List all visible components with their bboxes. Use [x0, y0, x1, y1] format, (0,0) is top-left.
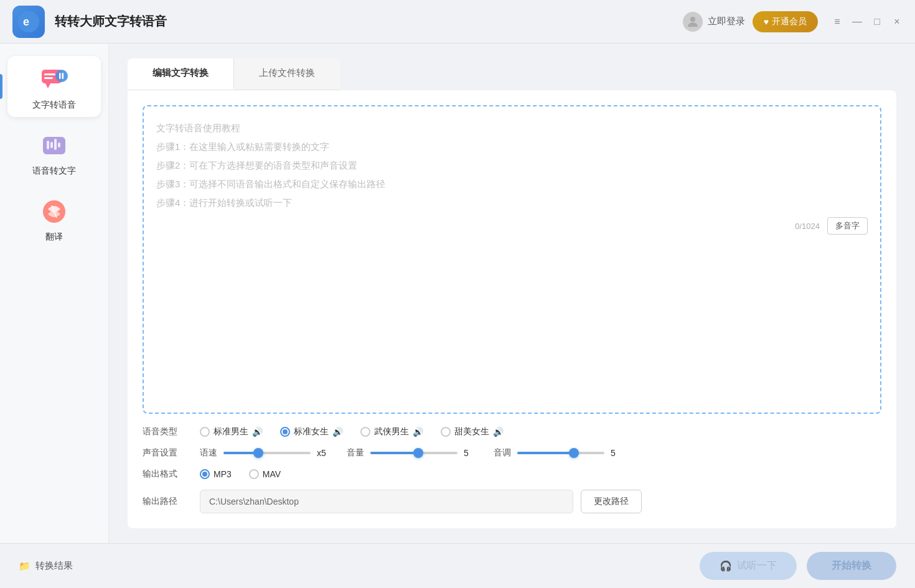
slider-group: 语速 x5 音量	[200, 447, 623, 459]
sidebar-item-translate[interactable]: 翻译	[7, 188, 101, 249]
translate-icon	[39, 197, 69, 226]
app-title: 转转大师文字转语音	[55, 13, 683, 30]
sound-settings-row: 声音设置 语速 x5 音量	[143, 447, 881, 459]
radio-sweet-female	[441, 427, 451, 437]
pitch-slider-item: 音调 5	[494, 447, 623, 459]
voice-radio-wuxia-male[interactable]: 武侠男生 🔊	[360, 426, 423, 437]
app-logo: e	[12, 6, 45, 38]
sidebar-item-text-to-speech-label: 文字转语音	[32, 100, 76, 111]
volume-icon-2[interactable]: 🔊	[332, 427, 343, 437]
pitch-thumb[interactable]	[569, 448, 579, 458]
svg-rect-9	[62, 73, 64, 79]
avatar	[683, 12, 703, 32]
voice-label-wuxia-male: 武侠男生	[374, 426, 409, 437]
char-count-row: 0/1024 多音字	[156, 217, 868, 235]
svg-point-7	[55, 70, 68, 82]
voice-radio-group: 标准男生 🔊 标准女生 🔊 武侠男生 �	[200, 426, 504, 437]
speed-slider-item: 语速 x5	[200, 447, 329, 459]
voice-radio-sweet-female[interactable]: 甜美女生 🔊	[441, 426, 504, 437]
text-to-speech-icon	[39, 65, 69, 95]
tab-upload[interactable]: 上传文件转换	[234, 58, 340, 90]
change-path-button[interactable]: 更改路径	[581, 490, 642, 513]
voice-label-standard-female: 标准女生	[294, 426, 329, 437]
sidebar-item-speech-to-text-label: 语音转文字	[32, 166, 76, 177]
volume-thumb[interactable]	[413, 448, 423, 458]
speed-label: 语速	[200, 447, 217, 459]
heart-icon: ♥	[764, 17, 769, 27]
headphone-icon: 🎧	[720, 560, 732, 572]
sidebar-item-text-to-speech[interactable]: 文字转语音	[7, 56, 101, 117]
format-radio-group: MP3 MAV	[200, 469, 281, 479]
svg-text:e: e	[23, 16, 29, 28]
minimize-button[interactable]: —	[852, 16, 863, 27]
convert-button[interactable]: 开始转换	[807, 552, 896, 580]
path-row: 更改路径	[200, 490, 881, 513]
radio-wuxia-male	[360, 427, 370, 437]
speed-thumb[interactable]	[253, 448, 263, 458]
maximize-button[interactable]: □	[871, 16, 883, 27]
radio-standard-female	[280, 427, 290, 437]
char-count: 0/1024	[795, 222, 820, 231]
bottom-bar: 📁 转换结果 🎧 试听一下 开始转换	[0, 543, 915, 588]
sidebar-item-translate-label: 翻译	[45, 231, 63, 243]
svg-rect-5	[44, 77, 53, 79]
svg-rect-12	[50, 142, 53, 148]
svg-rect-14	[58, 142, 60, 147]
svg-marker-6	[45, 83, 50, 88]
convert-results-label: 转换结果	[35, 560, 73, 572]
svg-rect-8	[59, 73, 61, 79]
voice-label-sweet-female: 甜美女生	[454, 426, 489, 437]
svg-rect-4	[44, 73, 55, 75]
path-input[interactable]	[200, 490, 573, 513]
tabs-container: 编辑文字转换 上传文件转换	[128, 58, 340, 90]
login-button[interactable]: 立即登录	[683, 12, 745, 32]
tab-edit[interactable]: 编辑文字转换	[128, 58, 234, 90]
speech-to-text-icon	[39, 131, 69, 161]
volume-slider-item: 音量 5	[347, 447, 476, 459]
close-button[interactable]: ×	[891, 16, 903, 27]
content-card: 文字转语音使用教程 步骤1：在这里输入或粘贴需要转换的文字 步骤2：可在下方选择…	[128, 90, 896, 528]
pitch-label: 音调	[494, 447, 511, 459]
output-path-label: 输出路径	[143, 496, 187, 507]
speed-track[interactable]	[223, 452, 311, 454]
format-wav[interactable]: MAV	[249, 469, 281, 479]
voice-radio-standard-female[interactable]: 标准女生 🔊	[280, 426, 343, 437]
speed-value: x5	[317, 448, 329, 458]
sound-settings-label: 声音设置	[143, 447, 187, 459]
convert-results[interactable]: 📁 转换结果	[19, 560, 73, 572]
title-bar: e 转转大师文字转语音 立即登录 ♥ 开通会员 ≡ — □ ×	[0, 0, 915, 44]
folder-icon: 📁	[19, 561, 30, 572]
polyphonic-button[interactable]: 多音字	[827, 217, 868, 235]
volume-icon-3[interactable]: 🔊	[413, 427, 423, 437]
sidebar: 文字转语音 语音转文字	[0, 44, 109, 543]
title-bar-right: 立即登录 ♥ 开通会员 ≡ — □ ×	[683, 11, 903, 32]
voice-radio-standard-male[interactable]: 标准男生 🔊	[200, 426, 263, 437]
volume-icon-4[interactable]: 🔊	[493, 427, 504, 437]
vip-label: 开通会员	[772, 16, 807, 27]
pitch-value: 5	[611, 448, 623, 458]
preview-label: 试听一下	[737, 559, 777, 572]
volume-fill	[370, 452, 418, 454]
content-area: 编辑文字转换 上传文件转换 文字转语音使用教程 步骤1：在这里输入或粘贴需要转换…	[109, 44, 915, 543]
volume-track[interactable]	[370, 452, 458, 454]
text-input-wrapper[interactable]: 文字转语音使用教程 步骤1：在这里输入或粘贴需要转换的文字 步骤2：可在下方选择…	[143, 105, 881, 414]
volume-value: 5	[464, 448, 476, 458]
menu-button[interactable]: ≡	[832, 16, 843, 27]
voice-type-label: 语音类型	[143, 426, 187, 437]
output-path-row: 输出路径 更改路径	[143, 490, 881, 513]
svg-rect-11	[47, 141, 49, 149]
pitch-fill	[517, 452, 574, 454]
format-wav-label: MAV	[263, 469, 281, 479]
vip-button[interactable]: ♥ 开通会员	[753, 11, 818, 32]
sidebar-item-speech-to-text[interactable]: 语音转文字	[7, 122, 101, 183]
pitch-track[interactable]	[517, 452, 604, 454]
format-mp3[interactable]: MP3	[200, 469, 232, 479]
radio-standard-male	[200, 427, 210, 437]
volume-icon-1[interactable]: 🔊	[252, 427, 263, 437]
voice-type-row: 语音类型 标准男生 🔊 标准女生 🔊	[143, 426, 881, 437]
preview-button[interactable]: 🎧 试听一下	[700, 552, 797, 580]
radio-wav	[249, 469, 259, 479]
placeholder-text: 文字转语音使用教程 步骤1：在这里输入或粘贴需要转换的文字 步骤2：可在下方选择…	[156, 119, 868, 212]
window-controls: ≡ — □ ×	[832, 16, 903, 27]
main-layout: 文字转语音 语音转文字	[0, 44, 915, 543]
